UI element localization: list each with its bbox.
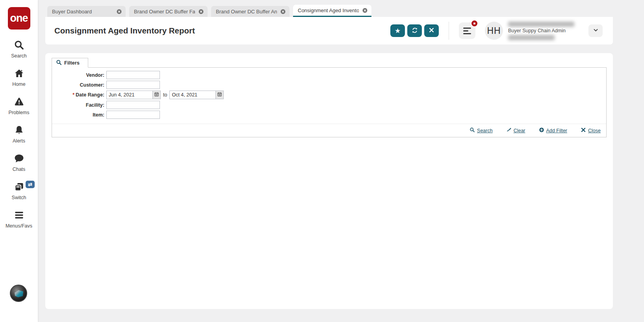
one-logo[interactable]: one — [8, 7, 30, 30]
redacted-user-org — [508, 35, 555, 40]
date-range-separator: to — [163, 92, 167, 98]
sidebar-item-problems[interactable]: Problems — [0, 96, 38, 115]
assistant-bot-image — [15, 290, 23, 297]
main-area: Buyer Dashboard Brand Owner DC Buffer Fa… — [38, 0, 644, 322]
vendor-label: Vendor: — [52, 72, 106, 78]
date-range-label: *Date Range: — [52, 92, 106, 98]
item-input[interactable] — [106, 111, 160, 119]
add-filter-link[interactable]: Add Filter — [539, 127, 568, 134]
search-link[interactable]: Search — [470, 127, 493, 134]
sidebar-label-problems: Problems — [9, 110, 30, 115]
sidebar-label-switch: Switch — [12, 195, 26, 200]
user-role: Buyer Suppy Chain Admin — [508, 28, 576, 34]
search-link-label: Search — [477, 128, 493, 133]
chevron-down-icon — [593, 27, 599, 34]
brush-icon — [506, 127, 512, 134]
facility-label: Facility: — [52, 102, 106, 108]
sidebar-item-alerts[interactable]: Alerts — [0, 125, 38, 144]
sidebar-label-home: Home — [12, 81, 25, 87]
tab-close-icon[interactable] — [198, 9, 204, 15]
x-icon — [429, 27, 434, 34]
clear-link-label: Clear — [514, 128, 525, 133]
sidebar-item-switch[interactable]: ⇄ Switch — [0, 181, 38, 200]
redacted-user-name — [508, 22, 574, 27]
vendor-input[interactable] — [106, 71, 160, 79]
user-info: Buyer Suppy Chain Admin — [508, 22, 576, 40]
user-avatar[interactable]: HH — [485, 22, 503, 40]
sidebar: one Search Home Problems Alerts Chats — [0, 0, 38, 322]
bell-icon — [14, 125, 24, 137]
date-to-input[interactable] — [170, 91, 215, 99]
search-icon — [56, 59, 62, 67]
workspace-tabbar: Buyer Dashboard Brand Owner DC Buffer Fa… — [45, 0, 613, 17]
tab-buyer-dashboard[interactable]: Buyer Dashboard — [47, 6, 126, 17]
x-icon — [581, 127, 586, 134]
close-link[interactable]: Close — [581, 127, 601, 134]
sidebar-item-menus-favs[interactable]: Menus/Favs — [0, 210, 38, 229]
filters-panel-tab[interactable]: Filters — [52, 58, 88, 68]
sidebar-item-home[interactable]: Home — [0, 68, 38, 87]
report-content: Filters Vendor: Customer: *Date Range: — [45, 53, 613, 309]
item-label: Item: — [52, 112, 106, 118]
page-header: Consignment Aged Inventory Report ★ ★ HH — [45, 17, 613, 44]
page-title: Consignment Aged Inventory Report — [54, 26, 388, 35]
sidebar-item-chats[interactable]: Chats — [0, 153, 38, 172]
tab-brand-owner-dc-buffer-analytic[interactable]: Brand Owner DC Buffer Analytic... — [211, 6, 290, 17]
customer-input[interactable] — [106, 81, 160, 89]
search-icon — [470, 127, 475, 134]
plus-circle-icon — [539, 127, 544, 134]
filter-row-date-range: *Date Range: to — [52, 91, 606, 99]
filter-row-item: Item: — [52, 111, 606, 119]
warning-icon — [14, 96, 24, 109]
refresh-button[interactable] — [407, 24, 422, 37]
close-link-label: Close — [588, 128, 601, 133]
filter-row-customer: Customer: — [52, 81, 606, 89]
filters-actions: Search Clear Add Filter — [52, 124, 606, 137]
refresh-icon — [411, 27, 418, 35]
tab-label: Buyer Dashboard — [52, 9, 92, 15]
tab-consignment-aged-inventory[interactable]: Consignment Aged Inventory Re... — [293, 5, 371, 17]
close-report-button[interactable] — [424, 24, 439, 37]
date-from-wrapper — [106, 91, 161, 99]
star-icon: ★ — [395, 28, 401, 34]
filter-row-vendor: Vendor: — [52, 71, 606, 79]
menu-bars-icon — [14, 210, 24, 222]
tab-close-icon[interactable] — [116, 9, 122, 15]
sidebar-label-search: Search — [11, 53, 27, 59]
sidebar-label-chats: Chats — [13, 167, 26, 172]
required-marker: * — [72, 92, 74, 98]
chat-icon — [14, 153, 24, 165]
date-from-calendar-button[interactable] — [152, 91, 160, 99]
date-to-calendar-button[interactable] — [215, 91, 223, 99]
calendar-icon — [154, 92, 159, 98]
swap-arrows-icon[interactable]: ⇄ — [26, 181, 35, 188]
favorites-badge-icon: ★ — [471, 20, 478, 27]
date-to-wrapper — [169, 91, 224, 99]
tab-close-icon[interactable] — [362, 7, 368, 13]
user-menu-button[interactable]: ★ — [459, 22, 475, 39]
switch-icon — [14, 181, 24, 194]
customer-label: Customer: — [52, 82, 106, 88]
sidebar-label-alerts: Alerts — [13, 138, 25, 144]
add-filter-link-label: Add Filter — [546, 128, 568, 133]
clear-link[interactable]: Clear — [506, 127, 525, 134]
search-icon — [14, 40, 24, 52]
header-divider — [449, 22, 449, 40]
filters-panel-title: Filters — [64, 60, 80, 66]
tab-label: Brand Owner DC Buffer Fact Rep... — [134, 9, 195, 15]
filters-panel: Vendor: Customer: *Date Range: — [52, 67, 607, 137]
calendar-icon — [217, 92, 222, 98]
tab-close-icon[interactable] — [280, 9, 286, 15]
sidebar-item-search[interactable]: Search — [0, 40, 38, 59]
assistant-avatar[interactable] — [10, 285, 27, 302]
date-from-input[interactable] — [107, 91, 152, 99]
facility-input[interactable] — [106, 101, 160, 109]
user-menu-dropdown-button[interactable] — [588, 24, 603, 37]
filter-row-facility: Facility: — [52, 101, 606, 109]
one-logo-text: one — [10, 13, 28, 24]
favorite-button[interactable]: ★ — [390, 24, 405, 37]
sidebar-label-menus-favs: Menus/Favs — [6, 223, 32, 229]
home-icon — [14, 68, 24, 80]
tab-brand-owner-dc-buffer-fact[interactable]: Brand Owner DC Buffer Fact Rep... — [129, 6, 208, 17]
tab-label: Consignment Aged Inventory Re... — [298, 7, 359, 13]
